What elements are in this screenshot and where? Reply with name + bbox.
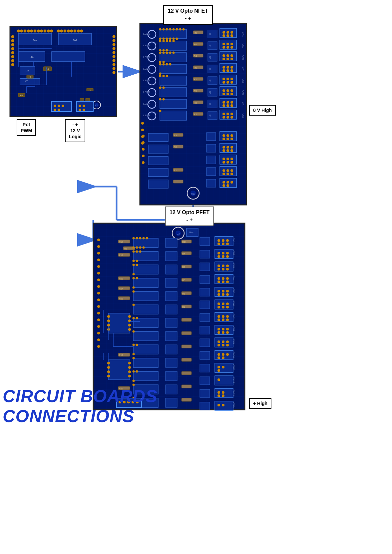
svg-point-193 — [173, 38, 175, 40]
svg-point-266 — [226, 66, 229, 69]
svg-text:U4: U4 — [30, 55, 34, 59]
svg-rect-454 — [123, 247, 135, 250]
svg-rect-531 — [166, 371, 177, 381]
svg-point-103 — [54, 109, 56, 111]
page-title: CIRCUIT BOARDS CONNECTIONS — [3, 386, 158, 426]
svg-point-216 — [163, 75, 165, 77]
svg-text:Q: Q — [209, 56, 211, 59]
svg-point-631 — [222, 391, 224, 394]
svg-point-160 — [148, 65, 156, 73]
svg-rect-535 — [182, 252, 192, 255]
svg-text:R3: R3 — [194, 102, 197, 104]
svg-point-362 — [222, 173, 225, 175]
svg-point-504 — [133, 277, 135, 279]
svg-point-108 — [79, 109, 81, 111]
svg-point-281 — [226, 93, 229, 95]
svg-rect-521 — [166, 238, 177, 248]
svg-point-672 — [128, 324, 131, 326]
svg-point-622 — [222, 353, 224, 356]
svg-point-159 — [148, 54, 156, 62]
svg-point-76 — [11, 39, 14, 42]
svg-rect-456 — [118, 277, 130, 280]
svg-point-452 — [97, 345, 100, 348]
svg-rect-536 — [182, 265, 192, 268]
svg-point-64 — [80, 30, 83, 33]
svg-point-598 — [222, 302, 224, 305]
svg-point-581 — [226, 265, 229, 267]
svg-point-294 — [230, 116, 233, 119]
svg-point-290 — [226, 113, 229, 115]
svg-point-268 — [222, 69, 225, 72]
svg-rect-245 — [220, 98, 236, 108]
svg-point-93 — [95, 103, 99, 107]
svg-point-49 — [27, 30, 30, 33]
svg-point-441 — [97, 272, 100, 275]
svg-rect-529 — [166, 345, 177, 354]
svg-point-191 — [166, 38, 168, 40]
svg-point-591 — [217, 290, 220, 292]
svg-point-184 — [169, 28, 172, 31]
svg-rect-640 — [200, 288, 210, 296]
svg-point-604 — [222, 315, 224, 318]
svg-point-65 — [113, 35, 116, 38]
svg-rect-565 — [215, 388, 233, 398]
svg-point-80 — [11, 55, 14, 58]
svg-point-59 — [64, 30, 67, 33]
svg-point-109 — [83, 109, 85, 111]
svg-point-605 — [226, 315, 229, 318]
svg-point-361 — [230, 169, 233, 172]
svg-rect-642 — [200, 313, 210, 321]
svg-point-496 — [133, 251, 135, 253]
nfet-board-top-label: 12 V Opto NFET - + — [163, 5, 213, 25]
svg-point-599 — [226, 302, 229, 305]
svg-point-597 — [217, 302, 220, 305]
svg-text:CN4: CN4 — [232, 276, 235, 280]
svg-point-288 — [230, 104, 233, 107]
svg-point-258 — [230, 46, 233, 49]
svg-point-493 — [136, 247, 138, 249]
svg-text:Q: Q — [209, 103, 211, 105]
svg-point-490 — [143, 237, 145, 240]
svg-point-56 — [50, 30, 53, 33]
svg-text:R9: R9 — [174, 134, 177, 137]
svg-rect-371 — [206, 144, 216, 152]
svg-text:Q: Q — [209, 44, 211, 47]
svg-rect-560 — [215, 325, 233, 334]
svg-rect-306 — [208, 65, 217, 73]
svg-point-606 — [217, 318, 220, 321]
svg-point-189 — [159, 38, 162, 40]
svg-point-282 — [230, 93, 233, 95]
svg-point-614 — [226, 331, 229, 334]
svg-rect-325 — [148, 145, 168, 153]
svg-rect-173 — [160, 29, 187, 39]
svg-rect-333 — [173, 168, 183, 172]
svg-point-437 — [97, 245, 100, 248]
svg-point-275 — [226, 81, 229, 84]
svg-rect-308 — [208, 88, 217, 96]
svg-point-447 — [97, 312, 100, 314]
svg-rect-546 — [182, 398, 192, 401]
svg-point-590 — [226, 280, 229, 283]
svg-point-678 — [128, 362, 131, 364]
svg-rect-561 — [215, 338, 233, 347]
svg-point-321 — [142, 148, 145, 151]
svg-point-671 — [128, 319, 131, 322]
svg-point-323 — [142, 161, 145, 164]
svg-point-346 — [230, 138, 233, 140]
svg-rect-224 — [193, 42, 203, 46]
svg-point-53 — [40, 30, 43, 33]
svg-point-509 — [133, 317, 135, 319]
svg-point-491 — [146, 237, 148, 240]
svg-point-681 — [128, 375, 131, 377]
svg-point-596 — [226, 293, 229, 296]
svg-text:CN8: CN8 — [242, 114, 244, 118]
svg-point-70 — [113, 55, 116, 58]
svg-point-379 — [141, 129, 144, 131]
svg-text:R10: R10 — [119, 241, 123, 243]
svg-rect-559 — [215, 312, 233, 322]
svg-point-181 — [159, 28, 162, 31]
svg-rect-370 — [206, 133, 216, 141]
svg-rect-645 — [200, 351, 210, 359]
svg-point-205 — [166, 52, 168, 54]
svg-point-51 — [34, 30, 37, 33]
